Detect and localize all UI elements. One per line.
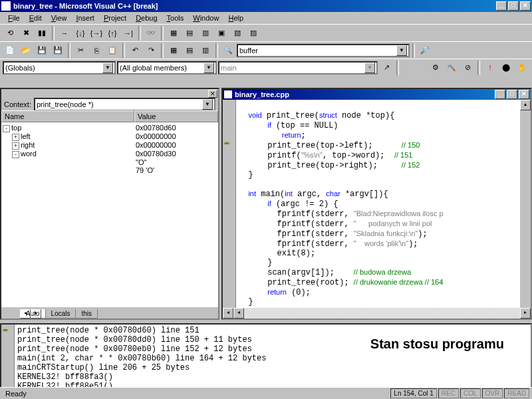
- col-name[interactable]: Name: [1, 110, 134, 122]
- run-to-cursor-icon[interactable]: →|: [121, 26, 136, 41]
- maximize-button[interactable]: □: [508, 1, 519, 11]
- menu-help[interactable]: Help: [224, 13, 247, 23]
- menubar: FileEditViewInsertProjectDebugToolsWindo…: [0, 12, 532, 24]
- save-all-icon[interactable]: 💾: [51, 43, 65, 58]
- close-button[interactable]: ✕: [520, 1, 531, 11]
- menu-file[interactable]: File: [4, 13, 24, 23]
- combo-dropdown-icon[interactable]: ▼: [396, 45, 407, 56]
- hand-icon[interactable]: ✋: [515, 61, 529, 75]
- variables-pane: ✕ Context: print_tree(node *) ▼ Name Val…: [0, 88, 219, 320]
- find-in-files-icon[interactable]: 🔍: [221, 43, 235, 58]
- code-close-button[interactable]: ✕: [519, 90, 529, 99]
- code-editor[interactable]: ➨ void print_tree(struct node *top){ if …: [223, 100, 520, 308]
- menu-debug[interactable]: Debug: [132, 13, 161, 23]
- callstack-window-icon[interactable]: ▧: [230, 26, 245, 41]
- code-gutter: ➨: [223, 100, 236, 308]
- show-next-icon[interactable]: →: [57, 26, 72, 41]
- tree-expander-icon[interactable]: +: [12, 142, 19, 150]
- scope-combo[interactable]: (Globals) ▼: [3, 61, 116, 74]
- step-over-icon[interactable]: {→}: [89, 26, 104, 41]
- variables-window-icon[interactable]: ▤: [182, 26, 197, 41]
- disassembly-window-icon[interactable]: ▨: [246, 26, 261, 41]
- redo-icon[interactable]: ↷: [144, 43, 158, 58]
- compile-icon[interactable]: ⚙: [428, 61, 443, 75]
- new-file-icon[interactable]: 📄: [3, 43, 17, 58]
- status-rec: REC: [438, 388, 459, 398]
- function-combo[interactable]: main ▼: [218, 61, 378, 74]
- minimize-button[interactable]: _: [496, 1, 507, 11]
- breakpoint-icon[interactable]: ⬤: [499, 61, 513, 75]
- find-combo-text: buffer: [239, 47, 396, 55]
- context-label: Context:: [4, 100, 31, 108]
- cut-icon[interactable]: ✂: [73, 43, 88, 58]
- step-into-icon[interactable]: {↓}: [73, 26, 88, 41]
- code-pane: binary_tree.cpp _ □ ✕ ➨ void print_tree(…: [221, 88, 532, 320]
- standard-toolbar: 📄 📂 💾 💾 ✂ ⎘ 📋 ↶ ↷ ▦ ▤ ▥ 🔍 buffer ▼ 🔎: [0, 41, 532, 59]
- members-combo[interactable]: (All global members) ▼: [117, 61, 217, 74]
- menu-tools[interactable]: Tools: [163, 13, 188, 23]
- menu-view[interactable]: View: [47, 13, 71, 23]
- tree-expander-icon[interactable]: +: [12, 134, 19, 141]
- watch-window-icon[interactable]: ▦: [166, 26, 181, 41]
- window-list-icon[interactable]: ▥: [198, 43, 213, 58]
- menu-insert[interactable]: Insert: [72, 13, 98, 23]
- code-minimize-button[interactable]: _: [495, 90, 505, 99]
- file-icon: [224, 90, 232, 98]
- quickwatch-icon[interactable]: 👓: [144, 26, 158, 41]
- menu-edit[interactable]: Edit: [25, 13, 46, 23]
- workspace-icon[interactable]: ▦: [166, 43, 181, 58]
- code-maximize-button[interactable]: □: [507, 90, 517, 99]
- tree-row[interactable]: -word0x00780d30: [3, 150, 217, 158]
- registers-window-icon[interactable]: ▥: [198, 26, 213, 41]
- stop-build-icon[interactable]: ⊘: [460, 61, 475, 75]
- tree-row[interactable]: +right0x00000000: [3, 141, 217, 150]
- watch-tabs: ◂ ▸ Auto Locals this: [1, 307, 218, 319]
- output-icon[interactable]: ▤: [182, 43, 197, 58]
- status-col: COL: [460, 388, 481, 398]
- code-scrollbar-v[interactable]: ▴: [520, 100, 531, 308]
- goto-def-icon[interactable]: ↗: [379, 61, 394, 75]
- go-icon[interactable]: !: [483, 61, 497, 75]
- paste-icon[interactable]: 📋: [105, 43, 120, 58]
- overlay-label: Stan stosu programu: [370, 336, 504, 352]
- find-icon[interactable]: 🔎: [418, 43, 432, 58]
- stop-debug-icon[interactable]: ✖: [19, 26, 33, 41]
- build-icon[interactable]: 🔨: [444, 61, 459, 75]
- step-out-icon[interactable]: {↑}: [105, 26, 120, 41]
- status-read: READ: [504, 388, 529, 398]
- tree-row[interactable]: +left0x00000000: [3, 132, 217, 141]
- window-title: binary_tree - Microsoft Visual C++ [brea…: [13, 2, 158, 10]
- open-file-icon[interactable]: 📂: [19, 43, 33, 58]
- col-value[interactable]: Value: [134, 110, 218, 122]
- tree-row[interactable]: -top0x00780d60: [3, 124, 217, 132]
- status-ready: Ready: [3, 389, 389, 398]
- undo-icon[interactable]: ↶: [128, 43, 142, 58]
- save-icon[interactable]: 💾: [35, 43, 49, 58]
- menu-window[interactable]: Window: [189, 13, 223, 23]
- watch-columns: Name Value: [1, 110, 218, 122]
- break-icon[interactable]: ▮▮: [35, 26, 49, 41]
- exec-pointer-icon: ➨: [224, 138, 230, 148]
- tree-expander-icon[interactable]: -: [12, 151, 19, 158]
- status-server: OVR: [482, 388, 503, 398]
- tab-locals[interactable]: Locals: [45, 309, 76, 319]
- context-combo[interactable]: print_tree(node *) ▼: [34, 98, 215, 111]
- restart-icon[interactable]: ⟲: [3, 26, 17, 41]
- pane-close-icon[interactable]: ✕: [208, 90, 217, 98]
- tree-row[interactable]: "O": [3, 158, 217, 166]
- stack-pointer-icon: ➨: [3, 326, 9, 334]
- tab-this[interactable]: this: [75, 309, 98, 319]
- tab-scroll-right-icon[interactable]: ▸: [31, 309, 41, 319]
- code-file-title: binary_tree.cpp: [235, 90, 289, 98]
- watch-tree[interactable]: -top0x00780d60+left0x00000000+right0x000…: [1, 122, 218, 307]
- code-scrollbar-h[interactable]: ◂◂▸: [223, 308, 531, 319]
- app-icon: [1, 1, 11, 11]
- tree-row[interactable]: 79 'O': [3, 166, 217, 174]
- tree-expander-icon[interactable]: -: [3, 125, 10, 132]
- copy-icon[interactable]: ⎘: [89, 43, 104, 58]
- memory-window-icon[interactable]: ▣: [214, 26, 229, 41]
- statusbar: Ready Ln 154, Col 1 REC COL OVR READ: [0, 387, 532, 399]
- tab-scroll-left-icon[interactable]: ◂: [20, 309, 31, 319]
- find-combo[interactable]: buffer ▼: [237, 44, 410, 57]
- menu-project[interactable]: Project: [100, 13, 130, 23]
